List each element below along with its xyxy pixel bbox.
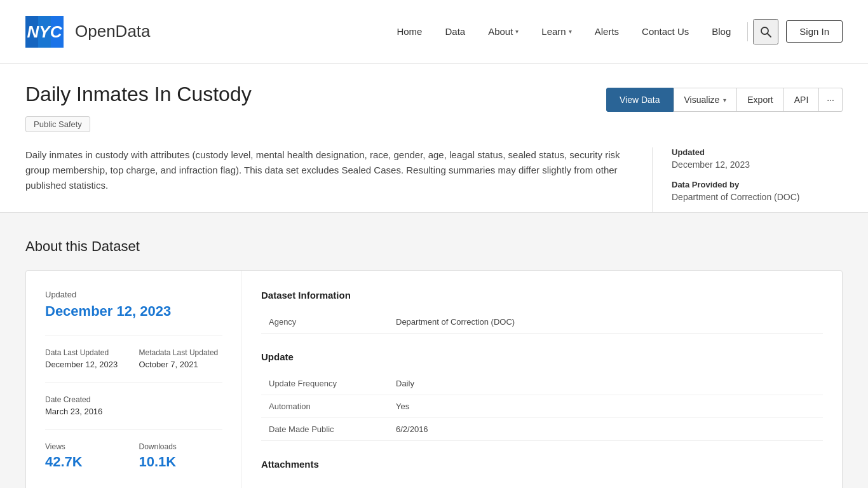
downloads-label: Downloads — [139, 442, 223, 451]
views-value: 42.7K — [45, 454, 129, 470]
downloads-block: Downloads 10.1K — [139, 442, 223, 470]
about-section: About this Dataset Updated December 12, … — [0, 213, 868, 488]
logo-opendata-text: OpenData — [75, 22, 151, 41]
divider-2 — [45, 382, 222, 383]
learn-chevron-icon: ▾ — [569, 28, 572, 35]
hero-section: Daily Inmates In Custody Public Safety V… — [0, 64, 868, 213]
logo-area: NYC OpenData — [25, 16, 151, 48]
date-made-public-label: Date Made Public — [261, 418, 388, 441]
about-right-panel: Dataset Information Agency Department of… — [242, 271, 842, 488]
page-title: Daily Inmates In Custody — [25, 83, 252, 106]
updated-label: Updated — [672, 147, 843, 157]
update-frequency-value: Daily — [388, 372, 823, 395]
update-info-table: Update Frequency Daily Automation Yes Da… — [261, 372, 823, 441]
api-button[interactable]: API — [784, 88, 820, 112]
date-made-public-row: Date Made Public 6/2/2016 — [261, 418, 823, 441]
automation-value: Yes — [388, 395, 823, 418]
data-last-updated-value: December 12, 2023 — [45, 360, 129, 369]
search-icon — [759, 25, 772, 38]
date-created-block: Date Created March 23, 2016 — [45, 395, 222, 416]
header: NYC OpenData Home Data About ▾ Learn ▾ A… — [0, 0, 868, 64]
sign-in-button[interactable]: Sign In — [786, 20, 843, 43]
dates-grid: Data Last Updated December 12, 2023 Meta… — [45, 348, 222, 369]
automation-label: Automation — [261, 395, 388, 418]
update-section: Update Update Frequency Daily Automation… — [261, 351, 823, 441]
dataset-description: Daily inmates in custody with attributes… — [25, 147, 652, 212]
category-tag[interactable]: Public Safety — [25, 116, 90, 132]
about-section-title: About this Dataset — [25, 238, 843, 255]
metadata-last-updated-label: Metadata Last Updated — [139, 348, 223, 357]
dataset-information-heading: Dataset Information — [261, 290, 823, 301]
hero-content: Daily inmates in custody with attributes… — [25, 147, 843, 212]
updated-value: December 12, 2023 — [672, 159, 843, 170]
date-made-public-value: 6/2/2016 — [388, 418, 823, 441]
divider-3 — [45, 429, 222, 430]
views-block: Views 42.7K — [45, 442, 129, 470]
dataset-info-table: Agency Department of Correction (DOC) — [261, 311, 823, 334]
about-updated-label: Updated — [45, 290, 222, 299]
svg-line-5 — [768, 33, 771, 37]
nyc-logo-icon: NYC — [25, 16, 64, 48]
export-button[interactable]: Export — [737, 88, 783, 112]
nav-blog[interactable]: Blog — [700, 20, 742, 43]
more-options-button[interactable]: ··· — [819, 88, 843, 112]
about-card: Updated December 12, 2023 Data Last Upda… — [25, 270, 843, 488]
nav-alerts[interactable]: Alerts — [583, 20, 630, 43]
update-frequency-row: Update Frequency Daily — [261, 372, 823, 395]
metadata-last-updated-block: Metadata Last Updated October 7, 2021 — [139, 348, 223, 369]
views-label: Views — [45, 442, 129, 451]
nav-data[interactable]: Data — [433, 20, 477, 43]
svg-text:NYC: NYC — [27, 22, 63, 41]
action-bar: View Data Visualize ▾ Export API ··· — [606, 88, 843, 112]
about-updated-date: December 12, 2023 — [45, 303, 222, 320]
about-chevron-icon: ▾ — [515, 28, 519, 35]
search-button[interactable] — [753, 19, 778, 44]
date-created-label: Date Created — [45, 395, 222, 404]
nav-home[interactable]: Home — [385, 20, 433, 43]
attachments-section: Attachments — [261, 459, 823, 470]
update-heading: Update — [261, 351, 823, 362]
date-created-value: March 23, 2016 — [45, 407, 222, 416]
main-nav: Home Data About ▾ Learn ▾ Alerts Contact… — [385, 19, 843, 44]
data-last-updated-label: Data Last Updated — [45, 348, 129, 357]
agency-value: Department of Correction (DOC) — [388, 311, 823, 334]
nav-learn[interactable]: Learn ▾ — [530, 20, 583, 43]
metadata-last-updated-value: October 7, 2021 — [139, 360, 223, 369]
stats-grid: Views 42.7K Downloads 10.1K — [45, 442, 222, 470]
nav-contact-us[interactable]: Contact Us — [630, 20, 700, 43]
data-provided-label: Data Provided by — [672, 180, 843, 189]
attachments-heading: Attachments — [261, 459, 823, 470]
data-last-updated-block: Data Last Updated December 12, 2023 — [45, 348, 129, 369]
data-provided-value: Department of Correction (DOC) — [672, 192, 843, 202]
automation-row: Automation Yes — [261, 395, 823, 418]
visualize-button[interactable]: Visualize ▾ — [674, 88, 738, 112]
nav-about[interactable]: About ▾ — [477, 20, 530, 43]
nav-divider — [747, 22, 748, 41]
agency-label: Agency — [261, 311, 388, 334]
view-data-button[interactable]: View Data — [606, 88, 674, 112]
agency-row: Agency Department of Correction (DOC) — [261, 311, 823, 334]
dataset-meta: Updated December 12, 2023 Data Provided … — [652, 147, 843, 212]
divider — [45, 335, 222, 336]
downloads-value: 10.1K — [139, 454, 223, 470]
about-left-panel: Updated December 12, 2023 Data Last Upda… — [26, 271, 242, 488]
update-frequency-label: Update Frequency — [261, 372, 388, 395]
visualize-chevron-icon: ▾ — [723, 97, 726, 104]
